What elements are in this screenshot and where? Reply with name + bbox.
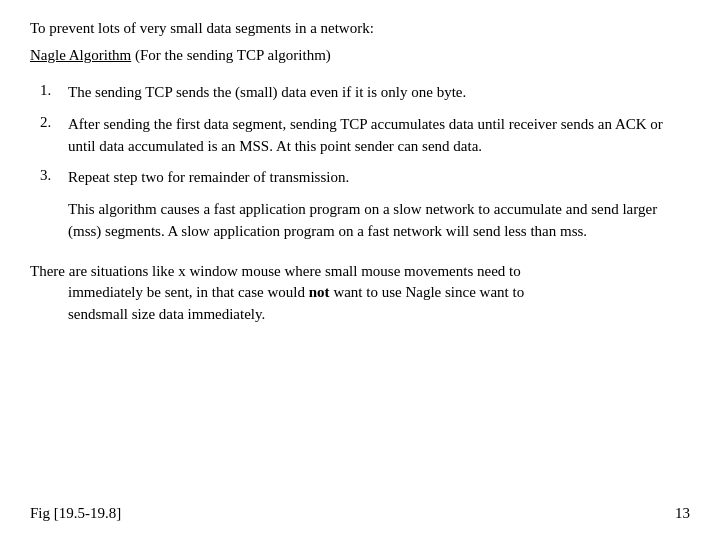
fig-label: Fig [19.5-19.8] [30, 505, 121, 522]
nagle-heading: Nagle Algorithm (For the sending TCP alg… [30, 47, 690, 64]
list-item-3: 3. Repeat step two for remainder of tran… [40, 167, 690, 189]
list-num-3: 3. [40, 167, 68, 184]
situations-line4: sendsmall size data immediately. [68, 306, 265, 322]
numbered-list: 1. The sending TCP sends the (small) dat… [40, 82, 690, 189]
algorithm-note-text: This algorithm causes a fast application… [68, 201, 657, 239]
list-content-1: The sending TCP sends the (small) data e… [68, 82, 690, 104]
page-number: 13 [675, 505, 690, 522]
situations-line3: want to use Nagle since want to [330, 284, 525, 300]
list-num-1: 1. [40, 82, 68, 99]
situations-bold: not [309, 284, 330, 300]
intro-text: To prevent lots of very small data segme… [30, 20, 374, 36]
situations-line2: immediately be sent, in that case would [68, 284, 309, 300]
list-num-2: 2. [40, 114, 68, 131]
footer: Fig [19.5-19.8] 13 [30, 505, 690, 522]
situations-line1: There are situations like x window mouse… [30, 263, 521, 279]
situations-indent: immediately be sent, in that case would … [68, 282, 690, 326]
situations-block: There are situations like x window mouse… [30, 261, 690, 326]
list-content-2: After sending the first data segment, se… [68, 114, 690, 158]
list-item-1: 1. The sending TCP sends the (small) dat… [40, 82, 690, 104]
algorithm-note: This algorithm causes a fast application… [68, 199, 690, 243]
nagle-subtitle: (For the sending TCP algorithm) [131, 47, 331, 63]
list-item-2: 2. After sending the first data segment,… [40, 114, 690, 158]
page: To prevent lots of very small data segme… [0, 0, 720, 540]
nagle-algorithm-label: Nagle Algorithm [30, 47, 131, 63]
list-content-3: Repeat step two for remainder of transmi… [68, 167, 690, 189]
intro-line: To prevent lots of very small data segme… [30, 20, 690, 37]
